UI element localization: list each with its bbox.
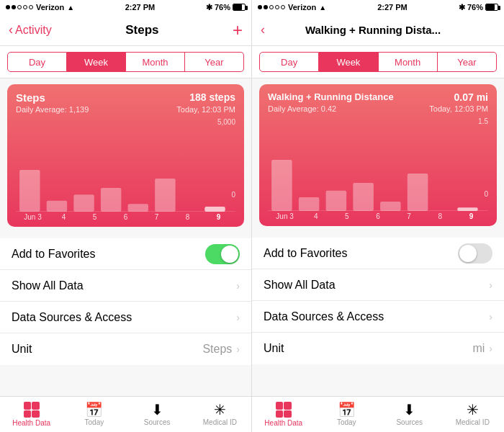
tab-health-data-2[interactable]: Health Data <box>252 397 315 432</box>
dot3 <box>17 5 22 9</box>
tab-health-data-1[interactable]: Health Data <box>0 397 63 432</box>
unit-right-1: Steps › <box>202 343 240 356</box>
list-item-favorites-1[interactable]: Add to Favorites <box>0 238 251 270</box>
tab-label-medical-1: Medical ID <box>203 418 237 426</box>
dot5 <box>29 5 33 9</box>
chevron-back-icon-1: ‹ <box>9 22 13 37</box>
page-title-1: Steps <box>125 23 158 37</box>
chart-value-2: 0.07 mi <box>454 91 488 103</box>
x-label-2-2: 5 <box>331 212 362 220</box>
x-label-active-2: 9 <box>456 212 487 220</box>
bluetooth-icon-1: ✱ <box>206 3 212 12</box>
data-sources-right-1: › <box>236 312 240 323</box>
battery-pct-1: 76% <box>215 3 230 12</box>
status-right-1: ✱ 76% <box>206 3 246 12</box>
favorites-toggle-1[interactable] <box>205 244 240 264</box>
chart-daily-avg-1: Daily Average: 1,139 <box>16 105 89 114</box>
tab-day-2[interactable]: Day <box>259 52 319 72</box>
dot2-4 <box>275 5 279 9</box>
tab-today-2[interactable]: 📅 Today <box>315 397 379 432</box>
back-label-1: Activity <box>15 24 52 37</box>
show-data-right-2: › <box>489 279 492 291</box>
svg-rect-5 <box>155 179 175 212</box>
chart-value-1: 188 steps <box>189 91 235 103</box>
chart-card-2: Walking + Running Distance 0.07 mi Daily… <box>259 84 497 226</box>
list-label-favorites-1: Add to Favorites <box>12 248 96 261</box>
nav-bar-1: ‹ Activity Steps + <box>0 14 251 46</box>
sources-icon-1: ⬇ <box>151 402 163 417</box>
x-label-5-1: 8 <box>172 213 203 221</box>
chart-area-2: 1.5 0 <box>268 117 488 211</box>
tab-sources-2[interactable]: ⬇ Sources <box>378 397 441 432</box>
battery-icon-1 <box>233 4 246 11</box>
unit-value-2: mi <box>472 342 485 355</box>
chevron-right-icon-4: › <box>489 279 492 291</box>
page-title-2: Walking + Running Dista... <box>305 24 441 36</box>
hic3 <box>24 410 32 418</box>
tab-year-1[interactable]: Year <box>185 52 244 72</box>
back-button-1[interactable]: ‹ Activity <box>9 22 52 37</box>
tab-month-1[interactable]: Month <box>126 52 185 72</box>
chevron-right-icon-3: › <box>236 343 240 355</box>
svg-rect-6 <box>204 207 225 212</box>
tab-day-1[interactable]: Day <box>7 52 67 72</box>
list-item-unit-2[interactable]: Unit mi › <box>252 333 504 364</box>
list-item-data-sources-1[interactable]: Data Sources & Access › <box>0 302 251 333</box>
tab-week-1[interactable]: Week <box>67 52 126 72</box>
tab-today-1[interactable]: 📅 Today <box>63 397 125 432</box>
unit-right-2: mi › <box>472 342 492 355</box>
x-label-active-1: 9 <box>203 213 234 221</box>
time-2: 2:27 PM <box>377 3 408 12</box>
chart-header-1: Steps 188 steps <box>16 91 235 104</box>
x-label-0-1: Jun 3 <box>17 213 48 221</box>
list-item-data-sources-2[interactable]: Data Sources & Access › <box>252 301 504 333</box>
svg-rect-3 <box>101 188 121 212</box>
show-data-right-1: › <box>236 280 240 292</box>
list-section-1: Add to Favorites Show All Data › Data So… <box>0 238 251 365</box>
chart-y-max-1: 5,000 <box>217 118 235 126</box>
tab-label-sources-1: Sources <box>144 418 171 426</box>
svg-rect-12 <box>380 202 401 211</box>
chevron-back-icon-2: ‹ <box>261 22 265 37</box>
list-item-unit-1[interactable]: Unit Steps › <box>0 333 251 365</box>
today-icon-2: 📅 <box>338 402 356 417</box>
tab-week-2[interactable]: Week <box>319 52 378 72</box>
time-1: 2:27 PM <box>125 3 156 12</box>
chart-svg-2 <box>268 117 488 211</box>
tab-label-medical-2: Medical ID <box>456 418 490 426</box>
favorites-toggle-2[interactable] <box>458 243 492 264</box>
hic4 <box>32 410 40 418</box>
toggle-thumb-2 <box>459 245 477 262</box>
chevron-right-icon-1: › <box>236 280 240 292</box>
panel-walking: Verizon ▲ 2:27 PM ✱ 76% ‹ Walking + Runn… <box>252 0 504 432</box>
x-label-5-2: 8 <box>425 212 456 220</box>
tab-label-today-1: Today <box>85 418 104 426</box>
hic2 <box>32 402 40 410</box>
chart-y-min-2: 0 <box>484 190 488 198</box>
tab-sources-1[interactable]: ⬇ Sources <box>126 397 189 432</box>
chart-meta-1: Daily Average: 1,139 Today, 12:03 PM <box>16 105 235 114</box>
chart-area-1: 5,000 0 <box>16 118 235 212</box>
list-item-show-data-1[interactable]: Show All Data › <box>0 270 251 302</box>
back-button-2[interactable]: ‹ <box>261 22 265 37</box>
tab-medical-id-2[interactable]: ✳ Medical ID <box>441 397 505 432</box>
dot4 <box>23 5 27 9</box>
segment-control-2: Day Week Month Year <box>252 46 504 78</box>
tab-bar-1: Health Data 📅 Today ⬇ Sources ✳ Medical … <box>0 396 251 432</box>
battery-pct-2: 76% <box>467 3 483 12</box>
chevron-right-icon-2: › <box>236 312 240 323</box>
tab-month-2[interactable]: Month <box>379 52 438 72</box>
bluetooth-icon-2: ✱ <box>459 3 465 12</box>
add-button-1[interactable]: + <box>233 20 243 40</box>
list-label-data-sources-2: Data Sources & Access <box>264 310 384 323</box>
list-item-favorites-2[interactable]: Add to Favorites <box>252 238 504 269</box>
tab-medical-id-1[interactable]: ✳ Medical ID <box>189 397 251 432</box>
list-label-unit-2: Unit <box>264 342 284 355</box>
hic2-4 <box>284 410 292 418</box>
svg-rect-10 <box>326 191 347 211</box>
list-item-show-data-2[interactable]: Show All Data › <box>252 269 504 301</box>
x-label-3-2: 6 <box>362 212 393 220</box>
tab-year-2[interactable]: Year <box>438 52 497 72</box>
x-label-1-2: 4 <box>300 212 331 220</box>
medical-icon-1: ✳ <box>214 402 226 417</box>
